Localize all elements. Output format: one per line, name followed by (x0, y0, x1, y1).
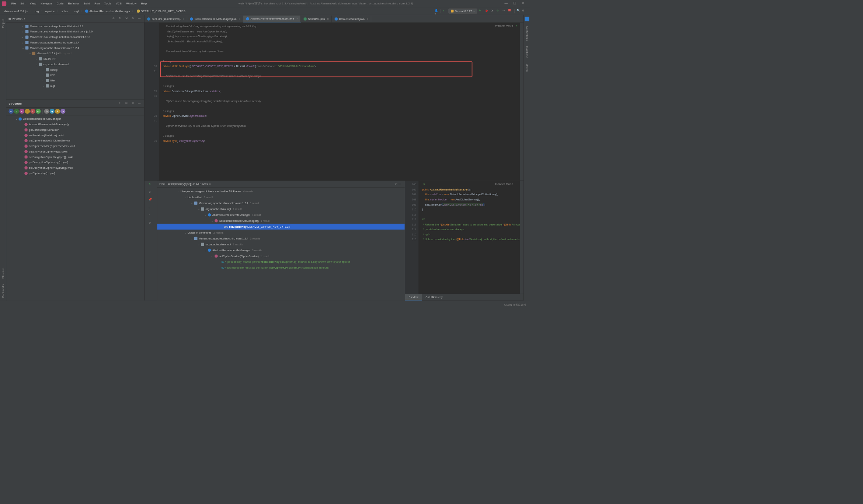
build-icon[interactable]: ↙ (442, 9, 446, 13)
menu-view[interactable]: View (28, 2, 38, 5)
breadcrumb-item[interactable]: shiro (59, 9, 69, 13)
tab-close-icon[interactable]: × (296, 17, 298, 21)
editor-content[interactable]: Reader Mode ✔ The following Base64 strin… (159, 22, 520, 181)
reader-mode-label[interactable]: Reader Mode (495, 24, 513, 27)
tree-row[interactable]: ›Maven: net.sourceforge.nekohtml:nekohtm… (6, 34, 144, 40)
panel-hide-icon[interactable]: — (138, 17, 142, 21)
structure-member[interactable]: setEncryptionCipherKey(byte[]): void (6, 154, 144, 160)
find-tree[interactable]: ⌄Usages or usages of base method in All … (157, 188, 405, 300)
find-expand-icon[interactable]: ↓ (149, 206, 153, 210)
profile-button[interactable]: ⊙ (497, 9, 501, 13)
rerun-find-icon[interactable]: ↻ (149, 182, 153, 186)
find-result-row[interactable]: ›setCipherService(CipherService)1 result (157, 253, 405, 259)
project-tree[interactable]: ›Maven: net.sourceforge.htmlunit:htmluni… (6, 22, 144, 99)
user-icon[interactable]: 👤▾ (435, 9, 439, 13)
attach-button[interactable]: ⋯ (502, 9, 507, 13)
editor-tab[interactable]: CookieRememberMeManager.java× (187, 15, 243, 22)
close-button[interactable]: ✕ (522, 1, 526, 6)
breadcrumb-item[interactable]: shiro-core-1.2.4.jar (2, 9, 30, 13)
structure-member[interactable]: getDecryptionCipherKey(): byte[] (6, 160, 144, 165)
menu-file[interactable]: File (9, 2, 18, 5)
structure-member[interactable]: getEncryptionCipherKey(): byte[] (6, 149, 144, 154)
assistant-icon[interactable] (525, 17, 529, 21)
menu-help[interactable]: Help (139, 2, 149, 5)
structure-member[interactable]: setDecryptionCipherKey(byte[]): void (6, 165, 144, 171)
structure-member[interactable]: getSerializer(): Serializer (6, 127, 144, 133)
tab-close-icon[interactable]: × (367, 17, 368, 21)
find-result-row[interactable]: ⌄Usages or usages of base method in All … (157, 188, 405, 194)
expand-icon[interactable]: ⇅ (119, 17, 123, 21)
preview-scrollbar[interactable] (520, 181, 523, 294)
run-button[interactable]: ↻ (479, 9, 483, 13)
tree-row[interactable]: ›Maven: net.sourceforge.htmlunit:htmluni… (6, 29, 144, 35)
find-result-row[interactable]: ⌄Usage in comments3 results (157, 230, 405, 235)
minimize-button[interactable]: — (505, 1, 509, 6)
tab-close-icon[interactable]: × (183, 17, 184, 21)
editor-scrollbar[interactable] (520, 22, 523, 181)
stop-button[interactable] (508, 9, 512, 13)
menu-build[interactable]: Build (81, 2, 92, 5)
find-hide-icon[interactable]: — (399, 182, 403, 186)
menu-run[interactable]: Run (92, 2, 102, 5)
tree-row[interactable]: ›META-INF (6, 56, 144, 62)
database-tool-button[interactable]: Database (525, 46, 529, 58)
find-tab-call-hierarchy[interactable]: Call Hierarchy (422, 294, 446, 301)
find-pin-icon[interactable]: 📌 (149, 198, 153, 202)
tree-row[interactable]: ›filter (6, 78, 144, 83)
locate-icon[interactable]: ⊕ (112, 17, 116, 21)
menu-edit[interactable]: Edit (18, 2, 28, 5)
tab-close-icon[interactable]: × (239, 17, 240, 21)
structure-member[interactable]: AbstractRememberMeManager() (6, 122, 144, 127)
tree-row[interactable]: ›Maven: net.sourceforge.htmlunit:htmluni… (6, 24, 144, 29)
find-result-row[interactable]: ⌄Maven: org.apache.shiro:shiro-core:1.2.… (157, 200, 405, 206)
coverage-button[interactable]: ◔ (491, 9, 495, 13)
notifications-tool-button[interactable]: Notifications (525, 26, 529, 41)
find-collapse-icon[interactable]: ↑ (149, 213, 153, 217)
debug-button[interactable]: 🐞 (485, 9, 489, 13)
structure-member[interactable]: getCipherKey(): byte[] (6, 171, 144, 176)
breadcrumb-item[interactable]: org (33, 9, 41, 13)
breadcrumb-item[interactable]: apache (44, 9, 57, 13)
structure-class[interactable]: ⌄AbstractRememberMeManager (6, 116, 144, 122)
panel-settings-icon[interactable]: ⚙ (132, 17, 136, 21)
preview-code[interactable]: Reader Mode */public AbstractRememberMeM… (419, 181, 520, 294)
bookmarks-tool-button[interactable]: Bookmarks (1, 284, 5, 298)
editor-tab[interactable]: AbstractRememberMeManager.java× (243, 15, 301, 22)
filter-m[interactable]: m (36, 109, 41, 114)
editor-tab[interactable]: Serializer.java× (301, 15, 332, 22)
menu-tools[interactable]: Tools (102, 2, 114, 5)
find-result-row[interactable]: ⌄Maven: org.apache.shiro:shiro-core:1.2.… (157, 235, 405, 241)
find-result-row[interactable]: ⌄AbstractRememberMeManager3 results (157, 247, 405, 253)
structure-tool-button[interactable]: Structure (1, 268, 5, 279)
find-tab-preview[interactable]: Preview (405, 294, 422, 301)
find-result-row[interactable]: ⌄AbstractRememberMeManager()1 result (157, 218, 405, 224)
tree-row[interactable]: ›config (6, 67, 144, 73)
structure-member[interactable]: getCipherService(): CipherService (6, 138, 144, 144)
find-close-icon[interactable]: ⊘ (149, 190, 153, 194)
struct-sort-icon[interactable]: ≡ (119, 101, 123, 105)
structure-member[interactable]: setCipherService(CipherService): void (6, 143, 144, 149)
filter-p[interactable]: p (25, 109, 30, 114)
structure-member[interactable]: setSerializer(Serializer): void (6, 133, 144, 138)
filter-1[interactable]: ≡ (8, 109, 14, 114)
collapse-icon[interactable]: ⇲ (125, 17, 129, 21)
menu-window[interactable]: Window (124, 2, 139, 5)
editor-tab[interactable]: DefaultSerializer.java× (332, 15, 371, 22)
find-query-close[interactable]: × (209, 182, 210, 186)
run-configuration-selector[interactable]: Tomcat 8.5.27 ▾ (448, 8, 477, 14)
find-result-row[interactable]: ⌄org.apache.shiro.mgt3 results (157, 241, 405, 247)
menu-code[interactable]: Code (55, 2, 66, 5)
project-tool-button[interactable]: Project (1, 20, 5, 28)
tree-row[interactable]: ⌄mgt (6, 83, 144, 89)
tree-row[interactable]: ›env (6, 72, 144, 78)
filter-2[interactable]: ↓ (14, 109, 19, 114)
maven-tool-button[interactable]: Maven (525, 63, 529, 71)
menu-refactor[interactable]: Refactor (66, 2, 81, 5)
search-icon[interactable]: 🔍 (516, 9, 521, 13)
filter-7[interactable]: λ (55, 109, 60, 114)
tree-row[interactable]: ⌄Maven: org.apache.shiro:shiro-web:1.2.4 (6, 45, 144, 51)
find-result-row[interactable]: ⌄AbstractRememberMeManager1 result (157, 212, 405, 218)
struct-settings-icon[interactable]: ⚙ (132, 101, 136, 105)
tab-close-icon[interactable]: × (327, 17, 329, 21)
struct-group-icon[interactable]: ⊞ (125, 101, 129, 105)
